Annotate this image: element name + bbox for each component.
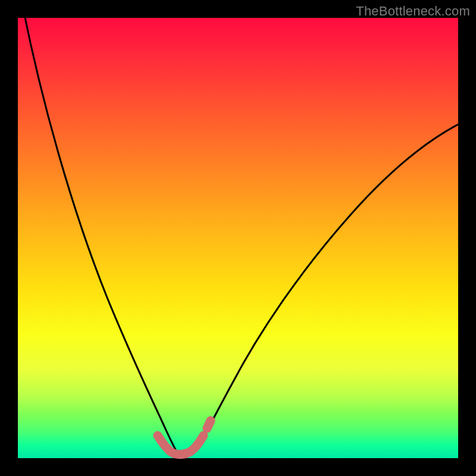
curves-svg: [18, 18, 458, 458]
curve-right-branch: [195, 124, 459, 452]
watermark-text: TheBottleneck.com: [356, 4, 470, 19]
curve-left-branch: [23, 6, 177, 453]
chart-frame: TheBottleneck.com: [0, 0, 476, 476]
plot-area: [18, 18, 458, 458]
curve-valley-accent: [158, 421, 211, 455]
